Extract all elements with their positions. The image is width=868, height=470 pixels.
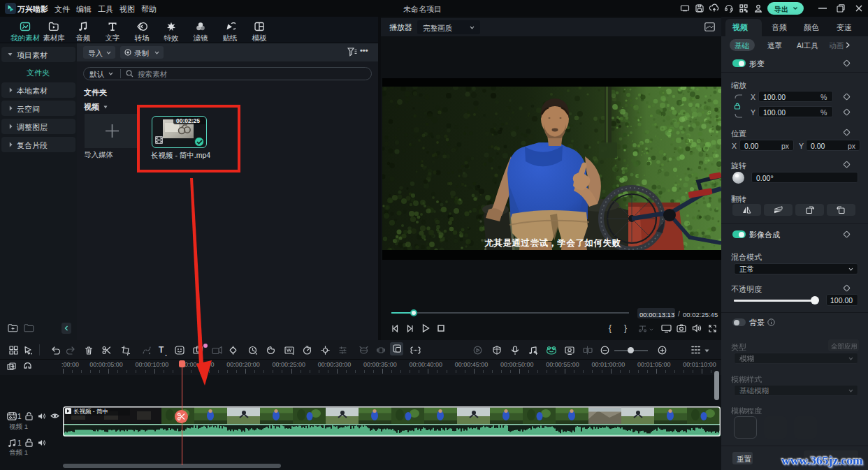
svg-text:长视频 - 简中: 长视频 - 简中 [73,408,108,415]
svg-text:尤其是通过尝试，学会了如何失败: 尤其是通过尝试，学会了如何失败 [484,238,621,248]
